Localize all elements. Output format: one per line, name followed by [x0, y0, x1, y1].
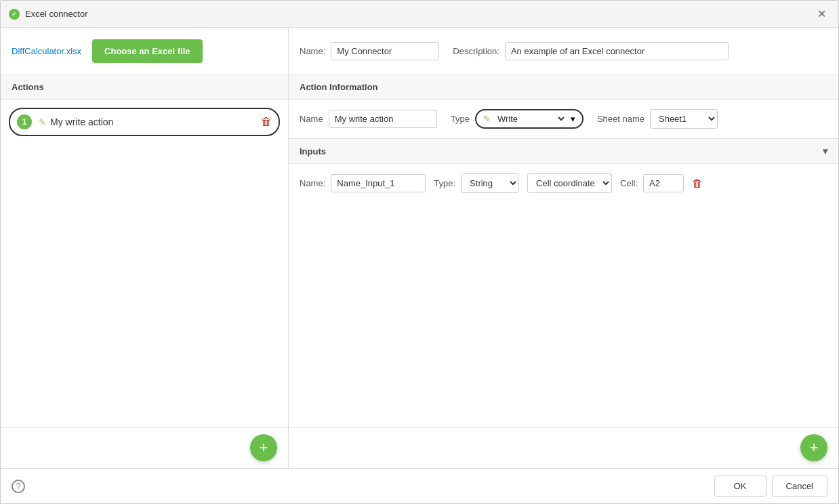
- dialog: Excel connector ✕ DiffCalculator.xlsx Ch…: [0, 0, 839, 504]
- description-label: Description:: [453, 46, 499, 56]
- inputs-section: Inputs ▾ Name: Type: Str: [289, 139, 838, 468]
- app-icon: [9, 9, 20, 20]
- action-number: 1: [17, 114, 32, 129]
- input-type-label: Type:: [434, 178, 455, 188]
- cell-value-input[interactable]: [643, 174, 684, 192]
- right-bottom-bar: +: [289, 427, 838, 468]
- cell-label: Cell:: [620, 178, 638, 188]
- actions-list: 1 ✎ My write action 🗑: [1, 100, 288, 427]
- action-info-section: Action Information Name Type ✎: [289, 75, 838, 139]
- right-panel: Name: Description: Action Information: [289, 28, 838, 468]
- inputs-header: Inputs ▾: [289, 139, 838, 164]
- left-bottom-bar: +: [1, 427, 288, 468]
- action-info-header: Action Information: [289, 75, 838, 100]
- input-row: Name: Type: String Number Boolean: [300, 173, 827, 193]
- cancel-button[interactable]: Cancel: [772, 476, 827, 497]
- right-top-bar: Name: Description:: [289, 28, 838, 75]
- pencil-icon: ✎: [39, 117, 46, 127]
- inputs-collapse-icon[interactable]: ▾: [823, 146, 827, 156]
- choose-excel-button[interactable]: Choose an Excel file: [92, 39, 202, 63]
- cell-coord-select[interactable]: Cell coordinate Row Column: [527, 173, 612, 193]
- connector-description-input[interactable]: [505, 42, 729, 60]
- action-name-label: Name: [300, 114, 323, 124]
- type-dropdown-wrapper: ✎ Write Read ▾: [475, 109, 584, 129]
- connector-name-input[interactable]: [331, 42, 439, 60]
- input-name-label: Name:: [300, 178, 325, 188]
- actions-section-header: Actions: [1, 75, 288, 100]
- action-info-body: Name Type ✎ Write Read: [289, 100, 838, 138]
- footer: ? OK Cancel: [1, 468, 838, 503]
- type-chevron-icon: ▾: [571, 114, 575, 124]
- dialog-title: Excel connector: [25, 9, 88, 19]
- main-content: DiffCalculator.xlsx Choose an Excel file…: [1, 28, 838, 468]
- delete-input-icon[interactable]: 🗑: [692, 177, 703, 190]
- type-pencil-icon: ✎: [483, 114, 491, 124]
- add-action-button[interactable]: +: [250, 434, 277, 461]
- action-item[interactable]: 1 ✎ My write action 🗑: [9, 108, 280, 136]
- input-type-select[interactable]: String Number Boolean: [461, 173, 519, 193]
- inputs-body: Name: Type: String Number Boolean: [289, 164, 838, 305]
- delete-action-icon[interactable]: 🗑: [261, 116, 272, 128]
- sheet-name-select[interactable]: Sheet1 Sheet2: [650, 109, 718, 129]
- ok-button[interactable]: OK: [714, 476, 766, 497]
- add-input-button[interactable]: +: [800, 434, 827, 461]
- close-button[interactable]: ✕: [813, 6, 830, 22]
- sheet-name-label: Sheet name: [597, 114, 644, 124]
- type-select[interactable]: Write Read: [495, 113, 567, 125]
- action-name: My write action: [50, 117, 261, 127]
- type-label: Type: [451, 114, 470, 124]
- action-name-input[interactable]: [329, 110, 437, 128]
- help-icon[interactable]: ?: [12, 480, 25, 493]
- input-name-field[interactable]: [331, 174, 426, 192]
- left-panel: DiffCalculator.xlsx Choose an Excel file…: [1, 28, 289, 468]
- name-label: Name:: [300, 46, 325, 56]
- title-bar: Excel connector ✕: [1, 1, 838, 28]
- file-link[interactable]: DiffCalculator.xlsx: [12, 46, 81, 56]
- left-top-bar: DiffCalculator.xlsx Choose an Excel file: [1, 28, 288, 75]
